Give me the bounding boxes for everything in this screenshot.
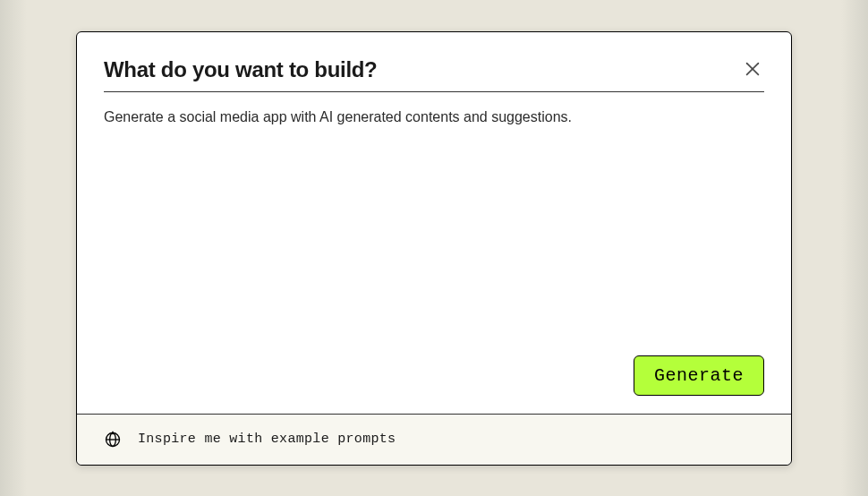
modal-title: What do you want to build? [104, 57, 377, 82]
prompt-area [104, 107, 764, 339]
background-blur-right [841, 0, 868, 496]
close-icon [743, 59, 762, 79]
header-divider [104, 91, 764, 92]
globe-icon [104, 431, 122, 449]
generate-button[interactable]: Generate [634, 355, 764, 396]
modal-actions: Generate [104, 355, 764, 396]
background-blur-left [0, 0, 27, 496]
modal-footer[interactable]: Inspire me with example prompts [77, 414, 791, 465]
modal-header: What do you want to build? [104, 57, 764, 82]
modal-body: What do you want to build? Generate [77, 32, 791, 414]
prompt-input[interactable] [104, 107, 764, 339]
close-button[interactable] [741, 57, 764, 81]
inspire-prompts-label: Inspire me with example prompts [138, 432, 396, 447]
build-prompt-modal: What do you want to build? Generate Insp… [76, 31, 792, 466]
